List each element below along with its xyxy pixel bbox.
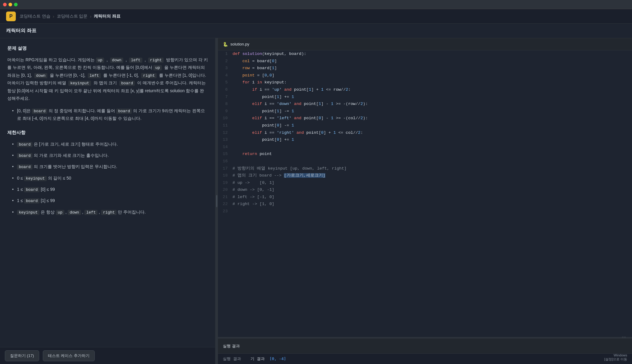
code-row-18: 18 # 맵의 크기 board --> [가로크기,세로크기] xyxy=(218,172,632,179)
code-row-14: 14 xyxy=(218,143,632,151)
breadcrumb: 코딩테스트 연습 › 코딩테스트 입문 › 캐릭터의 좌표 xyxy=(19,14,121,19)
code-content-18[interactable]: # 맵의 크기 board --> [가로크기,세로크기] xyxy=(233,172,632,179)
editor-header: 🐍 solution.py xyxy=(218,38,632,50)
results-area: 실행 결과 xyxy=(218,338,632,353)
line-num-20: 20 xyxy=(218,186,233,194)
right-panel: 🐍 solution.py 1 def solution(keyinput, b… xyxy=(218,38,632,364)
code-content-8[interactable]: elif i == 'down' and point[1] - 1 >= -(r… xyxy=(233,100,632,108)
code-board-1: board xyxy=(119,81,135,86)
app-logo: P xyxy=(6,12,16,21)
code-content-23[interactable] xyxy=(233,208,632,215)
code-row-10: 10 elif i == 'left' and point[0] - 1 >= … xyxy=(218,115,632,122)
code-board-c6: board xyxy=(24,198,39,204)
bullet-item-1: [0, 0]은 board 의 정 중앙에 위치합니다. 예를 들어 board… xyxy=(12,107,208,123)
code-row-6: 6 if i == 'up' and point[1] + 1 <= row//… xyxy=(218,86,632,93)
code-content-15[interactable]: return point xyxy=(233,150,632,158)
page-title-bar: 캐릭터의 좌표 xyxy=(0,24,632,38)
code-content-1[interactable]: def solution(keyinput, board): xyxy=(233,50,632,58)
code-content-6[interactable]: if i == 'up' and point[1] + 1 <= row//2: xyxy=(233,86,632,93)
code-left-1: left xyxy=(129,58,142,63)
constraint-6: 1 ≤ board [1] ≤ 99 xyxy=(12,197,208,204)
line-num-15: 15 xyxy=(218,150,233,158)
line-num-8: 8 xyxy=(218,100,233,108)
code-right-2: right xyxy=(141,73,157,78)
code-content-20[interactable]: # down -> [0, -1] xyxy=(233,186,632,194)
code-content-7[interactable]: point[1] += 1 xyxy=(233,93,632,101)
line-num-23: 23 xyxy=(218,208,233,215)
code-row-2: 2 col = board[0] xyxy=(218,58,632,65)
line-num-7: 7 xyxy=(218,93,233,101)
line-num-6: 6 xyxy=(218,86,233,93)
constraints-section: 제한사항 board 은 [가로 크기, 세로 크기] 형태로 주어집니다. b… xyxy=(7,130,208,216)
constraint-3: board 의 크기를 벗어난 방향키 입력은 무시합니다. xyxy=(12,163,208,170)
line-num-11: 11 xyxy=(218,122,233,129)
browser-dot-red xyxy=(3,3,7,6)
breadcrumb-item-1[interactable]: 코딩테스트 연습 xyxy=(19,14,50,19)
code-board-c1: board xyxy=(17,142,32,147)
code-content-17[interactable]: # 방향키의 배열 keyinput [up, down, left, righ… xyxy=(233,165,632,172)
breadcrumb-sep-1: › xyxy=(53,14,54,19)
code-down-c7: down xyxy=(68,210,81,215)
browser-dot-green xyxy=(14,3,18,6)
code-content-16[interactable] xyxy=(233,158,632,165)
left-panel: 문제 설명 머쓱이는 RPG게임을 하고 있습니다. 게임에는 up , dow… xyxy=(0,38,216,364)
code-board-bullet1: board xyxy=(32,109,47,114)
code-row-19: 19 # up -> [0, 1] xyxy=(218,179,632,187)
code-board-bullet2: board xyxy=(116,109,132,114)
code-left-2: left xyxy=(88,73,101,78)
panel-divider-handle xyxy=(216,195,217,207)
code-content-9[interactable]: point[1] -= 1 xyxy=(233,108,632,115)
code-row-21: 21 # left -> [-1, 0] xyxy=(218,194,632,201)
results-preview: 실행 결과 기 결과 [0, -4] xyxy=(218,353,632,364)
code-keyinput-1: keyinput xyxy=(68,81,91,86)
line-num-16: 16 xyxy=(218,158,233,165)
bottom-bar: 질문하기 (17) 테스트 케이스 추가하기 xyxy=(0,347,216,364)
code-content-19[interactable]: # up -> [0, 1] xyxy=(233,179,632,187)
browser-bar xyxy=(0,0,632,9)
code-content-21[interactable]: # left -> [-1, 0] xyxy=(233,194,632,201)
results-preview-text: 실행 결과 xyxy=(223,356,241,361)
code-board-c3: board xyxy=(17,164,32,170)
constraint-7: keyinput 은 항상 up , down , left , right 만… xyxy=(12,208,208,216)
code-content-3[interactable]: row = board[1] xyxy=(233,65,632,72)
code-keyinput-c7: keyinput xyxy=(17,210,39,215)
line-num-3: 3 xyxy=(218,65,233,72)
line-num-9: 9 xyxy=(218,108,233,115)
breadcrumb-current: 캐릭터의 좌표 xyxy=(94,14,121,19)
line-num-4: 4 xyxy=(218,72,233,79)
windows-info: Windows[설정]으로 이동 xyxy=(600,351,632,364)
code-row-9: 9 point[1] -= 1 xyxy=(218,108,632,115)
problem-description: 머쓱이는 RPG게임을 하고 있습니다. 게임에는 up , down , le… xyxy=(7,56,208,102)
code-area[interactable]: 1 def solution(keyinput, board): 2 col =… xyxy=(218,50,632,337)
code-left-c7: left xyxy=(84,210,97,215)
code-content-13[interactable]: point[0] += 1 xyxy=(233,136,632,143)
code-content-5[interactable]: for i in keyinput: xyxy=(233,79,632,86)
panel-divider[interactable] xyxy=(216,38,218,364)
code-content-12[interactable]: elif i == 'right' and point[0] + 1 <= co… xyxy=(233,129,632,136)
code-row-15: 15 return point xyxy=(218,150,632,158)
add-testcase-button[interactable]: 테스트 케이스 추가하기 xyxy=(43,350,95,361)
ask-button[interactable]: 질문하기 (17) xyxy=(5,350,39,361)
code-content-14[interactable] xyxy=(233,143,632,151)
line-num-21: 21 xyxy=(218,194,233,201)
line-num-22: 22 xyxy=(218,201,233,208)
breadcrumb-item-2[interactable]: 코딩테스트 입문 xyxy=(57,14,88,19)
code-content-10[interactable]: elif i == 'left' and point[0] - 1 >= -(c… xyxy=(233,115,632,122)
code-keyinput-c4: keyinput xyxy=(24,176,46,181)
constraint-1: board 은 [가로 크기, 세로 크기] 형태로 주어집니다. xyxy=(12,140,208,148)
results-preview-value: 기 결과 xyxy=(250,356,265,361)
code-row-4: 4 point = [0,0] xyxy=(218,72,632,79)
code-row-7: 7 point[1] += 1 xyxy=(218,93,632,101)
code-content-4[interactable]: point = [0,0] xyxy=(233,72,632,79)
code-content-11[interactable]: point[0] -= 1 xyxy=(233,122,632,129)
constraints-list: board 은 [가로 크기, 세로 크기] 형태로 주어집니다. board … xyxy=(7,140,208,216)
code-row-8: 8 elif i == 'down' and point[1] - 1 >= -… xyxy=(218,100,632,108)
line-num-2: 2 xyxy=(218,58,233,65)
code-row-3: 3 row = board[1] xyxy=(218,65,632,72)
code-row-11: 11 point[0] -= 1 xyxy=(218,122,632,129)
code-content-2[interactable]: col = board[0] xyxy=(233,58,632,65)
code-right-c7: right xyxy=(101,210,117,215)
code-content-22[interactable]: # right -> [1, 0] xyxy=(233,201,632,208)
code-down-1: down xyxy=(110,58,123,63)
code-up-2: up xyxy=(153,65,162,70)
